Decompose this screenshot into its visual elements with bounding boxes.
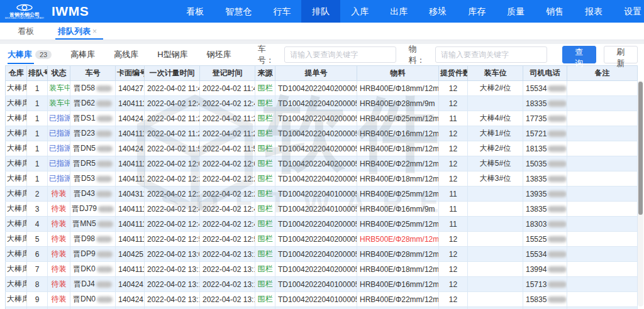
warehouse-tab-高线库[interactable]: 高线库 xyxy=(114,44,138,65)
nav-item-看板[interactable]: 看板 xyxy=(175,0,214,23)
company-name-en: SHOUGANG CHANGGANG COMPANY xyxy=(5,18,45,20)
cell-remark xyxy=(567,247,638,262)
cell-plate: 晋DN0 xyxy=(70,292,116,307)
cell-bill-no: TD10042022040200005319 xyxy=(275,96,357,111)
nav-item-出库[interactable]: 出库 xyxy=(379,0,418,23)
cell-weigh-time: 2022-04-02 12:24 xyxy=(145,187,200,202)
cell-warehouse: 大棒库 xyxy=(6,141,27,156)
cell-plate: 晋D53 xyxy=(70,171,116,187)
cell-dock: 大棒3#位 xyxy=(468,171,523,187)
search-button[interactable]: 查 询 xyxy=(562,46,596,63)
redacted-plate xyxy=(96,85,112,92)
queue-table: 仓库 排队号 状态 车号 卡面编号 一次计量时间 登记时间 来源 提单号 物料 … xyxy=(5,65,637,309)
cell-bill-no: TD10042022040100005318 xyxy=(275,202,357,217)
cell-plate: 晋D62 xyxy=(70,96,116,111)
vertical-scrollbar[interactable] xyxy=(638,80,643,306)
open-tabs-bar: 看板 排队列表 × xyxy=(0,23,644,40)
nav-item-行车[interactable]: 行车 xyxy=(262,0,301,23)
cell-material: HRB400E/Φ16mm/12m xyxy=(357,277,439,292)
table-row[interactable]: 大棒库6待装晋DP9140425192022-04-02 13:092022-0… xyxy=(6,247,638,262)
redacted-plate xyxy=(96,191,112,197)
table-row[interactable]: 大棒库9待装晋DN0140424192022-04-02 13:182022-0… xyxy=(6,292,638,307)
search-filters: 车号： 物料： 查 询 刷 新 xyxy=(250,44,638,66)
cell-bill-no: TD10042022040200005319 xyxy=(275,217,357,232)
nav-item-设置[interactable]: 设置 xyxy=(613,0,644,23)
cell-weigh-time: 2022-04-02 11:26 xyxy=(145,111,200,126)
table-row-partial xyxy=(6,307,638,309)
tab-queue-list[interactable]: 排队列表 × xyxy=(58,23,97,40)
close-icon[interactable]: × xyxy=(92,27,97,36)
cell-source: 围栏 xyxy=(255,202,275,217)
material-search-input[interactable] xyxy=(435,46,547,63)
cell-qty: 12 xyxy=(439,141,468,156)
nav-item-入库[interactable]: 入库 xyxy=(340,0,379,23)
nav-item-排队[interactable]: 排队 xyxy=(301,0,340,23)
cell-dock: 大棒5#位 xyxy=(468,156,523,171)
cell-remark xyxy=(567,126,638,141)
table-row[interactable]: 大棒库1已指派晋DN5140424192022-04-02 11:532022-… xyxy=(6,141,638,156)
cell-warehouse: 大棒库 xyxy=(6,217,27,232)
cell-driver-phone: 15534 xyxy=(523,81,567,96)
table-row[interactable]: 大棒库5待装晋D98140411192022-04-02 12:502022-0… xyxy=(6,232,638,247)
table-row[interactable]: 大棒库8待装晋DJ4140424192022-04-02 13:152022-0… xyxy=(6,277,638,292)
cell-material: HRB400E/Φ25mm/12m xyxy=(357,217,439,232)
warehouse-tab-钢坯库[interactable]: 钢坯库 xyxy=(207,44,231,65)
table-row[interactable]: 大棒库2待装晋D43140431192022-04-02 12:242022-0… xyxy=(6,187,638,202)
cell-remark xyxy=(567,187,638,202)
cell-material: HRB400E/Φ16mm/9m xyxy=(357,202,439,217)
cell-remark xyxy=(567,292,638,307)
cell-warehouse: 大棒库 xyxy=(6,111,27,126)
redacted-phone xyxy=(548,131,567,137)
col-register-time: 登记时间 xyxy=(200,66,255,81)
redacted-phone xyxy=(548,236,567,242)
nav-item-库存[interactable]: 库存 xyxy=(457,0,496,23)
app-title: IWMS xyxy=(52,4,89,19)
col-warehouse: 仓库 xyxy=(6,66,27,81)
nav-item-智慧仓[interactable]: 智慧仓 xyxy=(214,0,262,23)
table-row[interactable]: 大棒库3待装晋DJ79140411192022-04-02 12:412022-… xyxy=(6,202,638,217)
table-row[interactable]: 大棒库1已指派晋D53140411192022-04-02 12:212022-… xyxy=(6,171,638,187)
cell-register-time: 2022-04-02 11:53 xyxy=(200,141,255,156)
nav-item-报表[interactable]: 报表 xyxy=(574,0,613,23)
tab-dashboard[interactable]: 看板 xyxy=(18,23,34,40)
cell-warehouse: 大棒库 xyxy=(6,81,27,96)
vehicle-search-input[interactable] xyxy=(284,46,396,63)
redacted-phone xyxy=(548,266,567,273)
cell-plate: 晋DN5 xyxy=(70,141,116,156)
warehouse-tab-H型钢库[interactable]: H型钢库 xyxy=(157,44,187,65)
cell-register-time: 2022-04-02 13:19 xyxy=(200,292,255,307)
cell-card-no: 14042719 xyxy=(116,81,145,96)
cell-qty: 12 xyxy=(439,277,468,292)
redacted-phone xyxy=(548,251,567,258)
cell-qty: 12 xyxy=(439,247,468,262)
redacted-phone xyxy=(548,191,567,197)
top-navbar: 首钢长钢公司 SHOUGANG CHANGGANG COMPANY IWMS 看… xyxy=(0,0,644,23)
nav-item-质量[interactable]: 质量 xyxy=(496,0,535,23)
table-row[interactable]: 大棒库4待装晋MN5140411192022-04-02 12:492022-0… xyxy=(6,217,638,232)
cell-plate: 晋MN5 xyxy=(70,217,116,232)
cell-queue-no: 1 xyxy=(27,171,48,187)
table-row[interactable]: 大棒库1已指派晋DS1140424192022-04-02 11:262022-… xyxy=(6,111,638,126)
cell-plate: 晋DP9 xyxy=(70,247,116,262)
nav-item-销售[interactable]: 销售 xyxy=(535,0,574,23)
cell-dock xyxy=(468,292,523,307)
col-bill-no: 提单号 xyxy=(275,66,357,81)
table-row[interactable]: 大棒库7待装晋DK0140411192022-04-02 13:112022-0… xyxy=(6,262,638,277)
material-filter-label: 物料： xyxy=(409,44,431,66)
cell-queue-no: 1 xyxy=(27,96,48,111)
table-row[interactable]: 大棒库1装车中晋D62140411192022-04-02 12:462022-… xyxy=(6,96,638,111)
table-row[interactable]: 大棒库1已指派晋DR5140411192022-04-02 12:022022-… xyxy=(6,156,638,171)
refresh-button[interactable]: 刷 新 xyxy=(604,46,638,63)
scrollbar-thumb[interactable] xyxy=(638,82,643,215)
table-row[interactable]: 大棒库1装车中晋D58140427192022-04-02 11:432022-… xyxy=(6,81,638,96)
redacted-phone xyxy=(548,116,567,122)
redacted-phone xyxy=(548,100,567,107)
cell-plate: 晋D43 xyxy=(70,187,116,202)
cell-source: 围栏 xyxy=(255,217,275,232)
table-row[interactable]: 大棒库1已指派晋D23140411192022-04-02 11:282022-… xyxy=(6,126,638,141)
cell-status: 待装 xyxy=(48,187,70,202)
nav-item-移垛[interactable]: 移垛 xyxy=(418,0,457,23)
cell-queue-no: 1 xyxy=(27,111,48,126)
warehouse-tab-大棒库[interactable]: 大棒库23 xyxy=(8,44,52,65)
warehouse-tab-高棒库[interactable]: 高棒库 xyxy=(70,44,95,65)
